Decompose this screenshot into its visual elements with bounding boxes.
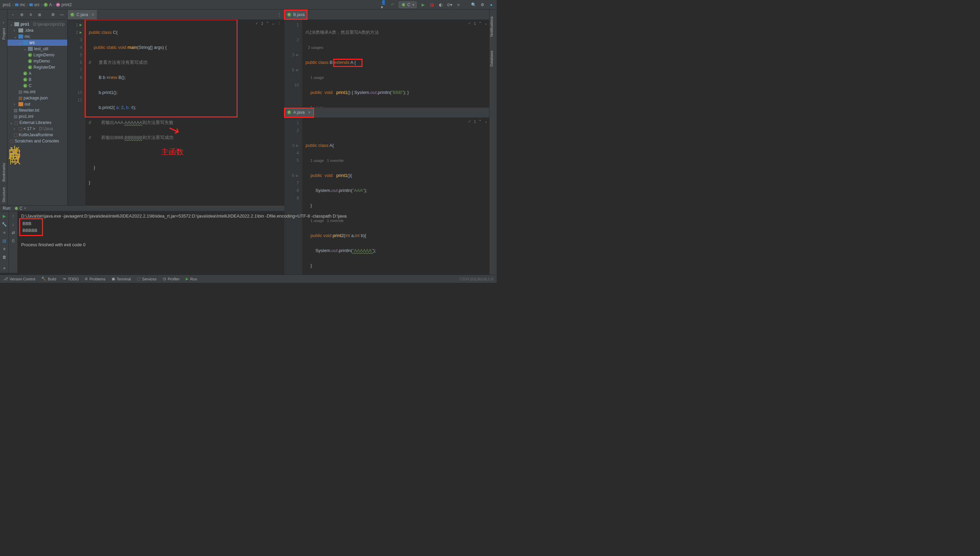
build-tab[interactable]: 🔨Build: [41, 276, 56, 281]
tree-item[interactable]: CmyDemo: [8, 58, 67, 64]
close-icon[interactable]: ×: [92, 12, 94, 18]
run-tab[interactable]: ▶Run: [186, 276, 197, 281]
breadcrumb-item[interactable]: pro1: [3, 2, 11, 7]
breadcrumb-item[interactable]: mc: [15, 2, 25, 7]
tree-item-scratches[interactable]: ⬚Scratches and Consoles: [8, 138, 67, 144]
project-panel: ▫ ⊕ ≡ ≣ ⚙ — ⌄pro1 D:\javapro\pro1\p ›.id…: [8, 10, 68, 205]
right-tool-strip: Notifications Database: [489, 10, 496, 275]
navigation-bar: pro1› mc› src› CA› mprint2 👤▾ ↶ C C ▾ ▶ …: [0, 0, 496, 10]
search-icon[interactable]: 🔍: [471, 2, 476, 8]
tree-item[interactable]: ⌄test_util: [8, 46, 67, 52]
breadcrumb-item[interactable]: src: [29, 2, 40, 7]
annotation-text: 主函数: [161, 148, 184, 156]
tree-item[interactable]: ⬚KotlinJavaRuntime: [8, 132, 67, 138]
bottom-toolbar: ⎇Version Control 🔨Build ≔TODO ⊘Problems …: [0, 275, 496, 283]
project-panel-header: ▫ ⊕ ≡ ≣ ⚙ —: [8, 10, 67, 20]
console-line: BBB: [23, 220, 37, 227]
debug-button[interactable]: 🐞: [429, 2, 435, 8]
run-label: Run:: [3, 206, 11, 211]
layout-icon[interactable]: ▤: [2, 238, 7, 244]
run-panel: Run: CC× ⚙ — ▶ 🔧 ■ ▤ ≡ 🗑 » ↑ ↓ ⇄ ⎙ D:\Ja…: [0, 205, 496, 273]
editor-status: ✓2⌃⌄⋮: [255, 21, 281, 26]
terminal-tab[interactable]: ▣Terminal: [111, 276, 131, 281]
tree-item[interactable]: ›⬚< 17 > D:\Java: [8, 126, 67, 132]
project-tool-icon[interactable]: ▫: [1, 20, 6, 25]
avatar-icon[interactable]: ●: [488, 2, 494, 8]
project-label[interactable]: Project: [2, 25, 6, 42]
services-tab[interactable]: ⬚Services: [137, 276, 156, 281]
tree-item[interactable]: ▤filewriter.txt: [8, 107, 67, 113]
problems-tab[interactable]: ⊘Problems: [85, 276, 105, 281]
console-output[interactable]: D:\Java\bin\java.exe -javaagent:D:\java\…: [18, 212, 496, 273]
tree-item[interactable]: CB: [8, 76, 67, 82]
notifications-label[interactable]: Notifications: [490, 10, 493, 44]
tree-item[interactable]: CRegisterDer: [8, 64, 67, 70]
breadcrumb: pro1› mc› src› CA› mprint2: [3, 2, 72, 7]
run-config-dropdown[interactable]: C C ▾: [399, 2, 417, 8]
tree-item-extlibs[interactable]: ⌄⬚External Libraries: [8, 120, 67, 126]
left-tool-strip: ▫ Project Bookmarks Structure: [0, 10, 8, 205]
console-cmd: D:\Java\bin\java.exe -javaagent:D:\java\…: [21, 213, 493, 220]
tree-item[interactable]: ▤pro1.iml: [8, 113, 67, 120]
credit: CSDN @低调的根儿哥: [459, 277, 494, 282]
gear-icon[interactable]: ⚙: [50, 12, 56, 18]
up-icon[interactable]: ↑: [11, 213, 16, 219]
project-view-icon[interactable]: ▫: [10, 12, 16, 18]
tab-label: B.java: [293, 12, 305, 17]
run-button[interactable]: ▶: [420, 2, 426, 8]
collapse-icon[interactable]: ≣: [37, 12, 42, 18]
tree-item[interactable]: CC: [8, 82, 67, 89]
print-icon[interactable]: ⎙: [11, 238, 16, 244]
structure-label[interactable]: Structure: [2, 184, 6, 205]
run-config-label: C: [407, 2, 410, 7]
code-editor-b[interactable]: 123 o↑6 o↑10 //让B类继承A类，然后重写A类的方法 2 usage…: [284, 20, 496, 107]
breadcrumb-item[interactable]: CA: [44, 2, 52, 7]
console-exit: Process finished with exit code 0: [21, 241, 493, 248]
breadcrumb-item[interactable]: mprint2: [56, 2, 72, 7]
tab-a-java[interactable]: CA.java×: [284, 108, 314, 118]
tree-item[interactable]: CLoginDemo: [8, 52, 67, 58]
tree-item[interactable]: ▤mc.iml: [8, 89, 67, 95]
rerun-icon[interactable]: ▶: [2, 213, 7, 219]
wrap-icon[interactable]: ⇄: [11, 230, 16, 235]
locate-icon[interactable]: ⊕: [19, 12, 24, 18]
tab-bar-left: CC.java× ⋮: [68, 10, 284, 20]
editor-c: CC.java× ⋮ 1 ▶2 ▶3456781011 public class…: [68, 10, 284, 205]
wrench-icon[interactable]: 🔧: [2, 221, 7, 227]
annotation-arrow: ↘: [167, 124, 180, 135]
tab-b-java[interactable]: CB.java: [284, 10, 307, 19]
todo-tab[interactable]: ≔TODO: [63, 276, 79, 281]
tree-item[interactable]: ›out: [8, 101, 67, 107]
trash-icon[interactable]: 🗑: [2, 254, 7, 260]
stop-button[interactable]: ■: [456, 2, 461, 8]
coverage-button[interactable]: ◐: [438, 2, 443, 8]
tab-menu-icon[interactable]: ⋮: [277, 12, 281, 17]
version-control-tab[interactable]: ⎇Version Control: [3, 276, 35, 281]
close-icon[interactable]: ×: [308, 110, 311, 115]
run-config-name: C: [19, 206, 23, 211]
tree-item[interactable]: ⌄mc: [8, 34, 67, 40]
down-icon[interactable]: ↓: [11, 221, 16, 227]
hide-icon[interactable]: —: [59, 12, 64, 18]
expand-icon[interactable]: ≡: [28, 12, 34, 18]
database-label[interactable]: Database: [490, 44, 493, 73]
more-icon[interactable]: »: [2, 265, 7, 271]
filter-icon[interactable]: ≡: [2, 246, 7, 252]
stop-icon[interactable]: ■: [2, 230, 7, 235]
profile-button[interactable]: ⊙▾: [447, 2, 452, 8]
project-tree[interactable]: ⌄pro1 D:\javapro\pro1\p ›.idea ⌄mc ⌄src …: [8, 20, 67, 145]
tree-item[interactable]: ›.idea: [8, 27, 67, 34]
user-icon[interactable]: 👤▾: [381, 2, 387, 8]
tab-c-java[interactable]: CC.java×: [68, 10, 97, 19]
run-toolbar-right: ↑ ↓ ⇄ ⎙: [9, 212, 18, 273]
bookmarks-label[interactable]: Bookmarks: [2, 160, 6, 184]
code-editor-c[interactable]: 1 ▶2 ▶3456781011 public class C{ public …: [68, 20, 284, 205]
tree-item[interactable]: CA: [8, 70, 67, 76]
tree-root[interactable]: ⌄pro1 D:\javapro\pro1\p: [8, 21, 67, 27]
settings-icon[interactable]: ⚙: [480, 2, 485, 8]
back-icon[interactable]: ↶: [390, 2, 395, 8]
profiler-tab[interactable]: ◷Profiler: [163, 276, 180, 281]
tree-item[interactable]: ▤package.json: [8, 95, 67, 101]
tree-item-src[interactable]: ⌄src: [8, 40, 67, 46]
editor-b: CB.java ⋮ 123 o↑6 o↑10 //让B类继承A类，然后重写A类的…: [284, 10, 496, 108]
